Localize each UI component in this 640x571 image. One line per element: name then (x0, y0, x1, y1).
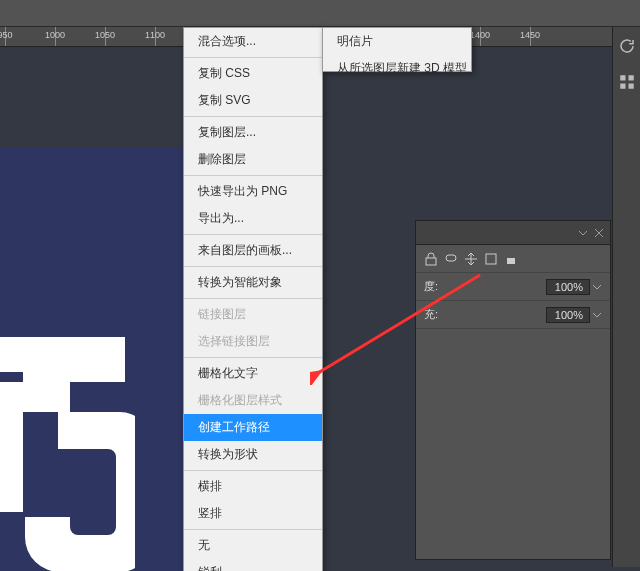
artboard[interactable] (0, 147, 190, 571)
lock-icon[interactable] (424, 252, 438, 266)
menu-item[interactable]: 转换为智能对象 (184, 269, 322, 296)
ruler-label: 1400 (470, 30, 490, 40)
link-icon[interactable] (444, 252, 458, 266)
fill-label: 充: (424, 307, 438, 322)
close-icon[interactable] (594, 228, 604, 238)
menu-item[interactable]: 无 (184, 532, 322, 559)
menu-item[interactable]: 混合选项... (184, 28, 322, 55)
ruler-label: 1450 (520, 30, 540, 40)
menu-item[interactable]: 转换为形状 (184, 441, 322, 468)
lock2-icon[interactable] (504, 252, 518, 266)
menu-separator (184, 266, 322, 267)
menu-separator (184, 234, 322, 235)
opacity-row: 度: 100% (416, 273, 610, 301)
crop-icon[interactable] (484, 252, 498, 266)
menu-separator (184, 298, 322, 299)
menu-separator (184, 357, 322, 358)
menu-item[interactable]: 横排 (184, 473, 322, 500)
submenu: 明信片从所选图层新建 3D 模型 (322, 27, 472, 72)
refresh-icon[interactable] (618, 37, 636, 55)
right-dock (612, 27, 640, 567)
opacity-label: 度: (424, 279, 438, 294)
menu-item[interactable]: 锐利 (184, 559, 322, 571)
menu-item: 链接图层 (184, 301, 322, 328)
panel-icon-row (416, 245, 610, 273)
context-menu: 混合选项...复制 CSS复制 SVG复制图层...删除图层快速导出为 PNG导… (183, 27, 323, 571)
app-toolbar (0, 0, 640, 27)
menu-item: 选择链接图层 (184, 328, 322, 355)
menu-item[interactable]: 删除图层 (184, 146, 322, 173)
svg-rect-0 (620, 75, 625, 80)
svg-rect-1 (628, 75, 633, 80)
menu-item[interactable]: 复制 CSS (184, 60, 322, 87)
menu-item: 栅格化图层样式 (184, 387, 322, 414)
text-glyph (0, 337, 135, 571)
fill-row: 充: 100% (416, 301, 610, 329)
menu-item[interactable]: 复制图层... (184, 119, 322, 146)
menu-item[interactable]: 竖排 (184, 500, 322, 527)
ruler-label: 1050 (95, 30, 115, 40)
svg-rect-6 (507, 258, 515, 264)
menu-item[interactable]: 复制 SVG (184, 87, 322, 114)
chevron-down-icon[interactable] (592, 282, 602, 292)
menu-separator (184, 470, 322, 471)
collapse-icon[interactable] (578, 228, 588, 238)
chevron-down-icon[interactable] (592, 310, 602, 320)
svg-rect-5 (486, 254, 496, 264)
submenu-item[interactable]: 从所选图层新建 3D 模型 (323, 55, 471, 82)
menu-item[interactable]: 栅格化文字 (184, 360, 322, 387)
panel-header (416, 221, 610, 245)
fill-value[interactable]: 100% (546, 307, 590, 323)
menu-separator (184, 116, 322, 117)
menu-separator (184, 57, 322, 58)
ruler-label: 1000 (45, 30, 65, 40)
menu-separator (184, 175, 322, 176)
ruler-label: 1100 (145, 30, 165, 40)
svg-rect-2 (620, 84, 625, 89)
move-icon[interactable] (464, 252, 478, 266)
menu-item[interactable]: 创建工作路径 (184, 414, 322, 441)
menu-item[interactable]: 导出为... (184, 205, 322, 232)
layers-panel: 度: 100% 充: 100% (415, 220, 611, 560)
svg-rect-4 (426, 258, 436, 265)
panel-body (416, 329, 610, 549)
svg-rect-3 (628, 84, 633, 89)
submenu-item[interactable]: 明信片 (323, 28, 471, 55)
menu-item[interactable]: 快速导出为 PNG (184, 178, 322, 205)
menu-item[interactable]: 来自图层的画板... (184, 237, 322, 264)
ruler-label: 950 (0, 30, 13, 40)
opacity-value[interactable]: 100% (546, 279, 590, 295)
grid-icon[interactable] (618, 73, 636, 91)
menu-separator (184, 529, 322, 530)
